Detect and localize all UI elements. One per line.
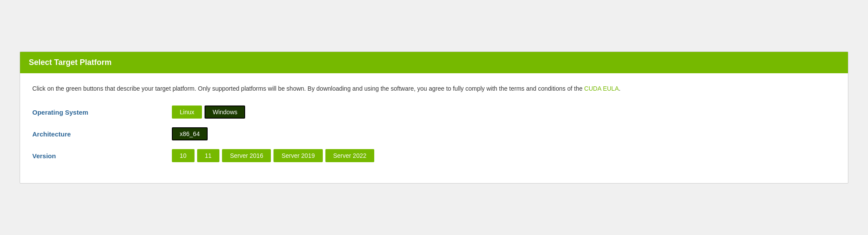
panel-title: Select Target Platform bbox=[29, 58, 112, 67]
linux-button[interactable]: Linux bbox=[172, 106, 202, 119]
v11-button[interactable]: 11 bbox=[197, 149, 220, 162]
panel-header: Select Target Platform bbox=[20, 52, 848, 73]
architecture-buttons: x86_64 bbox=[172, 127, 208, 140]
v10-button[interactable]: 10 bbox=[172, 149, 195, 162]
server2022-button[interactable]: Server 2022 bbox=[325, 149, 374, 162]
operating-system-buttons: Linux Windows bbox=[172, 106, 245, 119]
panel-content: Click on the green buttons that describe… bbox=[20, 73, 848, 183]
operating-system-label: Operating System bbox=[32, 109, 172, 116]
cuda-eula-link[interactable]: CUDA EULA bbox=[584, 85, 619, 92]
version-label: Version bbox=[32, 152, 172, 160]
operating-system-section: Operating System Linux Windows bbox=[32, 106, 836, 119]
windows-button[interactable]: Windows bbox=[205, 106, 245, 119]
server2016-button[interactable]: Server 2016 bbox=[222, 149, 271, 162]
x86-64-button[interactable]: x86_64 bbox=[172, 127, 208, 140]
version-buttons: 10 11 Server 2016 Server 2019 Server 202… bbox=[172, 149, 374, 162]
architecture-label: Architecture bbox=[32, 130, 172, 138]
server2019-button[interactable]: Server 2019 bbox=[273, 149, 322, 162]
select-platform-panel: Select Target Platform Click on the gree… bbox=[20, 51, 848, 184]
description-text: Click on the green buttons that describe… bbox=[32, 84, 836, 93]
version-section: Version 10 11 Server 2016 Server 2019 Se… bbox=[32, 149, 836, 162]
architecture-section: Architecture x86_64 bbox=[32, 127, 836, 140]
